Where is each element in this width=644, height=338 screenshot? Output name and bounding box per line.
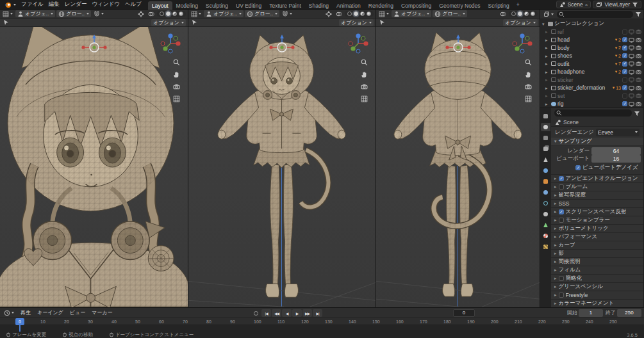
timeline-menu-item[interactable]: マーカー (89, 309, 115, 316)
active-tool-icon[interactable] (2, 19, 11, 26)
tool-options-dropdown[interactable]: オプション (151, 19, 186, 26)
camera-view-icon[interactable] (173, 83, 180, 90)
editor-type-button[interactable] (1, 10, 14, 17)
outliner-row[interactable]: rig (540, 100, 643, 108)
workspace-tab[interactable]: Compositing (397, 1, 435, 10)
viewport-visibility-icon[interactable] (629, 45, 634, 51)
outliner-row[interactable]: set (540, 92, 643, 101)
collapsed-panel-header[interactable]: フィルム (551, 266, 643, 274)
workspace-tab[interactable]: Texture Paint (265, 1, 305, 10)
properties-tab[interactable] (541, 210, 550, 218)
workspace-tab[interactable]: Animation (333, 1, 365, 10)
scene-selector[interactable]: Scene (556, 1, 591, 8)
expand-arrow-icon[interactable] (545, 38, 550, 42)
collapsed-panel-header[interactable]: スクリーンスペース反射 (551, 208, 643, 216)
exclude-checkbox[interactable] (622, 29, 627, 35)
properties-tab[interactable] (541, 199, 550, 207)
camera-view-icon[interactable] (525, 83, 532, 90)
show-gizmo-toggle[interactable] (136, 10, 145, 17)
mode-dropdown[interactable]: オブジェ.. (15, 10, 55, 17)
workspace-tab[interactable]: Geometry Nodes (435, 1, 484, 10)
expand-arrow-icon[interactable] (545, 29, 550, 34)
render-visibility-icon[interactable] (636, 77, 641, 83)
panel-checkbox[interactable] (559, 209, 564, 214)
editor-type-button[interactable] (377, 10, 390, 17)
outliner-search-input[interactable] (557, 11, 633, 18)
render-visibility-icon[interactable] (636, 29, 641, 35)
editor-type-button[interactable] (190, 10, 202, 17)
viewport-visibility-icon[interactable] (629, 85, 634, 91)
properties-tab[interactable] (541, 221, 550, 229)
show-overlays-toggle[interactable] (147, 10, 156, 17)
outliner-row[interactable]: sticker_deformation 13 (540, 84, 643, 92)
exclude-checkbox[interactable] (622, 61, 627, 67)
timeline-editor-button[interactable] (3, 309, 15, 316)
properties-search-input[interactable] (554, 109, 632, 117)
menu-item[interactable]: ウィンドウ (89, 1, 122, 8)
outliner-filter-icon[interactable] (635, 11, 641, 17)
collapsed-panel-header[interactable]: ボリューメトリック (551, 225, 643, 232)
viewlayer-selector[interactable]: ViewLayer (593, 1, 641, 8)
viewport-visibility-icon[interactable] (629, 69, 634, 75)
wireframe-shading-button[interactable] (160, 12, 164, 16)
expand-arrow-icon[interactable] (545, 77, 550, 82)
collapsed-panel-header[interactable]: SSS (551, 200, 643, 207)
viewport-visibility-icon[interactable] (629, 53, 634, 59)
rendered-shading-button[interactable] (531, 12, 535, 16)
transform-orientation-dropdown[interactable]: グロー.. (56, 10, 91, 17)
auto-keying-toggle[interactable] (254, 311, 258, 316)
menu-item[interactable]: ヘルプ (122, 1, 144, 8)
transport-button[interactable]: ◀ (282, 309, 292, 317)
collapsed-panel-header[interactable]: ブルーム (551, 183, 643, 191)
transport-button[interactable]: ▶ (292, 309, 302, 317)
show-overlays-toggle[interactable] (334, 10, 343, 17)
viewport-visibility-icon[interactable] (629, 101, 634, 107)
frame-end-field[interactable]: 250 (617, 309, 641, 317)
active-tool-icon[interactable] (378, 19, 387, 26)
toggle-ortho-icon[interactable] (173, 95, 180, 102)
current-frame-field[interactable]: 0 (453, 309, 475, 317)
panel-checkbox[interactable] (559, 293, 564, 298)
panel-checkbox[interactable] (559, 276, 564, 281)
move-view-icon[interactable] (173, 71, 180, 78)
solid-shading-button[interactable] (166, 12, 170, 16)
render-visibility-icon[interactable] (636, 45, 641, 51)
viewport-visibility-icon[interactable] (629, 37, 634, 43)
workspace-tab[interactable]: UV Editing (232, 1, 265, 10)
properties-tab[interactable] (541, 134, 550, 142)
frame-start-field[interactable]: 1 (579, 309, 603, 317)
viewport-canvas[interactable] (376, 27, 540, 307)
viewport-canvas[interactable] (188, 27, 376, 307)
viewport-denoise-checkbox[interactable] (575, 165, 581, 170)
properties-filter-icon[interactable] (634, 110, 640, 117)
expand-arrow-icon[interactable] (545, 45, 550, 50)
collapsed-panel-header[interactable]: パフォーマンス (551, 233, 643, 241)
solid-shading-button[interactable] (354, 12, 358, 16)
outliner-row[interactable]: ref (540, 28, 643, 36)
move-gizmo[interactable] (269, 35, 295, 58)
collapsed-panel-header[interactable]: アンビエントオクルージョン (551, 175, 643, 182)
properties-tab[interactable] (541, 188, 550, 197)
add-workspace-button[interactable]: + (514, 1, 522, 8)
outliner-row[interactable]: head 2 (540, 36, 643, 44)
viewlayer-filter-icon[interactable] (632, 1, 638, 8)
workspace-tab[interactable]: Shading (305, 1, 333, 10)
properties-tab[interactable] (541, 177, 550, 186)
move-gizmo[interactable] (445, 35, 471, 58)
expand-arrow-icon[interactable] (545, 93, 550, 98)
timeline-menu-item[interactable]: キーイング (35, 309, 66, 316)
tool-options-dropdown[interactable]: オプション (503, 19, 538, 26)
outliner-row[interactable]: body 2 (540, 44, 643, 52)
move-view-icon[interactable] (361, 71, 368, 78)
render-visibility-icon[interactable] (636, 61, 641, 67)
workspace-tab[interactable]: Sculpting (202, 1, 232, 10)
transform-orientation-dropdown[interactable]: グロー.. (245, 10, 279, 17)
exclude-checkbox[interactable] (622, 93, 627, 99)
show-gizmo-toggle[interactable] (324, 10, 333, 17)
menu-item[interactable]: 編集 (46, 1, 62, 8)
move-view-icon[interactable] (525, 71, 532, 78)
viewport-canvas[interactable] (0, 27, 188, 307)
transport-button[interactable]: ◀◀ (272, 309, 281, 317)
wireframe-shading-button[interactable] (511, 12, 516, 16)
transport-button[interactable]: |◀ (261, 309, 271, 317)
